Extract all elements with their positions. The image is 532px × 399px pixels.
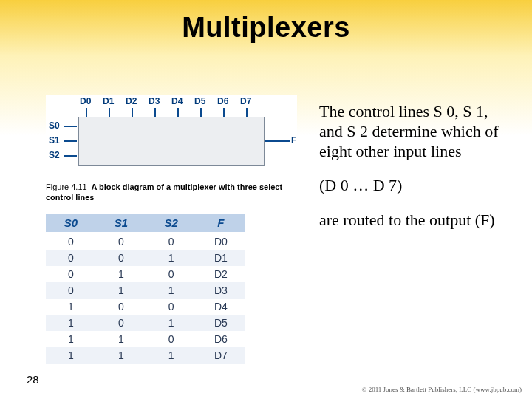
table-header-cell: S1: [96, 214, 146, 233]
slide-number: 28: [27, 373, 39, 386]
table-cell: D1: [197, 250, 245, 266]
select-input-wire: [64, 126, 77, 127]
select-input-label: S0: [49, 120, 60, 131]
select-input-wire: [64, 155, 77, 157]
table-cell: D5: [197, 315, 245, 331]
table-cell: D3: [197, 282, 245, 299]
table-cell: 0: [46, 282, 96, 299]
table-row: 010D2: [46, 266, 245, 282]
table-header-cell: F: [197, 214, 245, 233]
body-paragraph-3: are routed to the output (F): [319, 211, 511, 231]
data-input-label: D2: [126, 96, 137, 106]
table-cell: 0: [46, 250, 96, 266]
output-wire: [265, 140, 290, 142]
truth-table: S0S1S2F 000D0001D1010D2011D3100D4101D511…: [46, 214, 245, 364]
data-input-label: D1: [103, 96, 114, 106]
data-input-label: D3: [149, 96, 160, 106]
data-input-wire: [86, 108, 87, 117]
figure-caption: Figure 4.11 A block diagram of a multipl…: [46, 182, 290, 203]
data-input-wire: [177, 108, 179, 117]
table-header-cell: S0: [46, 214, 96, 233]
table-cell: 1: [146, 250, 197, 266]
table-cell: 1: [146, 315, 197, 331]
data-input-wire: [154, 108, 156, 117]
table-cell: 0: [146, 233, 197, 250]
table-cell: 0: [96, 299, 146, 315]
data-input-label: D0: [80, 96, 91, 106]
table-cell: 1: [96, 347, 146, 364]
table-cell: 0: [146, 299, 197, 315]
table-cell: 1: [146, 282, 197, 299]
slide-title: Multiplexers: [0, 12, 532, 44]
table-cell: 1: [146, 347, 197, 364]
table-cell: 0: [146, 331, 197, 347]
table-row: 000D0: [46, 233, 245, 250]
table-cell: 1: [46, 315, 96, 331]
data-input-wire: [223, 108, 225, 117]
copyright-text: © 2011 Jones & Bartlett Publishers, LLC …: [362, 386, 522, 393]
figure-number: Figure 4.11: [46, 183, 87, 191]
table-row: 111D7: [46, 347, 245, 364]
left-column: F D0D1D2D3D4D5D6D7 S0S1S2 Figure 4.11 A …: [46, 95, 297, 364]
mux-body: [78, 117, 265, 166]
table-cell: 0: [96, 250, 146, 266]
table-cell: 0: [96, 233, 146, 250]
table-cell: 1: [96, 331, 146, 347]
table-row: 001D1: [46, 250, 245, 266]
data-input-label: D5: [194, 96, 205, 106]
data-input-wire: [200, 108, 202, 117]
table-cell: D2: [197, 266, 245, 282]
table-cell: 1: [96, 282, 146, 299]
body-paragraph-1: The control lines S 0, S 1, and S 2 dete…: [319, 102, 511, 161]
table-cell: D6: [197, 331, 245, 347]
table-cell: 0: [96, 315, 146, 331]
table-row: 110D6: [46, 331, 245, 347]
data-input-label: D6: [217, 96, 228, 106]
table-cell: D7: [197, 347, 245, 364]
table-cell: 1: [46, 299, 96, 315]
data-input-wire: [109, 108, 110, 117]
table-cell: 0: [46, 266, 96, 282]
table-cell: 0: [46, 233, 96, 250]
table-cell: 1: [46, 331, 96, 347]
table-row: 101D5: [46, 315, 245, 331]
select-input-wire: [64, 140, 77, 142]
table-cell: 0: [146, 266, 197, 282]
table-row: 011D3: [46, 282, 245, 299]
table-header-cell: S2: [146, 214, 197, 233]
table-row: 100D4: [46, 299, 245, 315]
table-cell: 1: [96, 266, 146, 282]
mux-block-diagram: F D0D1D2D3D4D5D6D7 S0S1S2: [46, 95, 297, 176]
data-input-label: D4: [171, 96, 183, 106]
select-input-label: S1: [49, 135, 60, 146]
output-label: F: [291, 135, 296, 146]
data-input-wire: [246, 108, 248, 117]
table-cell: 1: [46, 347, 96, 364]
body-paragraph-2: (D 0 … D 7): [319, 176, 511, 196]
body-text: The control lines S 0, S 1, and S 2 dete…: [319, 102, 511, 245]
select-input-label: S2: [49, 150, 60, 160]
data-input-wire: [132, 108, 133, 117]
data-input-label: D7: [240, 96, 251, 106]
table-cell: D4: [197, 299, 245, 315]
table-cell: D0: [197, 233, 245, 250]
